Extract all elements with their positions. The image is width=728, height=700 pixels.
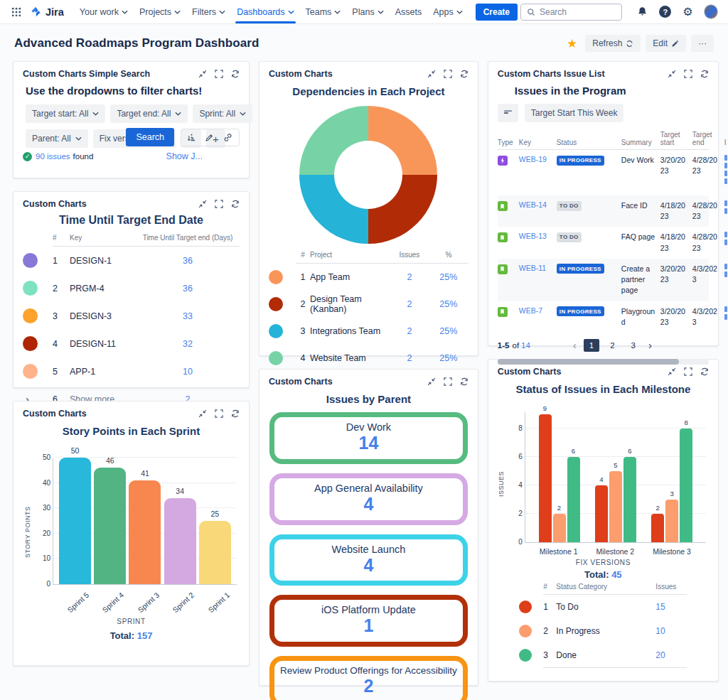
issue-row[interactable]: WEB-13TO DOFAQ page4/18/20234/28/2023 xyxy=(498,227,709,258)
refresh-button[interactable]: Refresh xyxy=(585,35,641,52)
issue-row[interactable]: WEB-11IN PROGRESSCreate a partner page3/… xyxy=(498,259,709,301)
legend-row[interactable]: 4Website Team225% xyxy=(269,345,469,372)
nav-item-teams[interactable]: Teams xyxy=(300,1,347,23)
issue-row[interactable]: WEB-7IN PROGRESSPlayground3/20/20234/3/2… xyxy=(498,301,709,333)
nav-item-filters[interactable]: Filters xyxy=(186,1,231,23)
issue-row[interactable]: WEB-19IN PROGRESSDev Work3/20/20234/28/2… xyxy=(498,150,709,195)
issue-row[interactable]: WEB-14TO DOFace ID4/18/20234/28/2023 xyxy=(498,195,709,227)
bar-sprint-3[interactable]: 41 xyxy=(129,480,161,584)
issue-key-link[interactable]: WEB-19 xyxy=(519,155,553,163)
filter-icon-button[interactable] xyxy=(498,104,518,122)
expand-gadget-icon[interactable] xyxy=(684,70,692,78)
pencil-icon[interactable] xyxy=(205,133,214,142)
more-options-button[interactable]: ··· xyxy=(691,35,714,52)
notifications-bell-icon[interactable] xyxy=(637,6,648,17)
table-row[interactable]: 4DESIGN-1132 xyxy=(23,330,240,357)
expand-gadget-icon[interactable] xyxy=(444,70,452,78)
nav-item-dashboards[interactable]: Dashboards xyxy=(231,1,299,23)
search-button[interactable]: Search xyxy=(126,128,174,146)
nav-item-assets[interactable]: Assets xyxy=(390,1,428,23)
bar-done[interactable]: 8 xyxy=(680,429,692,542)
expand-gadget-icon[interactable] xyxy=(684,367,692,376)
show-jql-link[interactable]: Show J... xyxy=(166,151,203,161)
issue-key[interactable]: APP-1 xyxy=(70,367,136,377)
bar-done[interactable]: 6 xyxy=(567,457,580,542)
table-row[interactable]: 3DESIGN-333 xyxy=(23,302,240,330)
bar-sprint-4[interactable]: 46 xyxy=(94,468,126,584)
issue-key-link[interactable]: WEB-14 xyxy=(519,200,553,209)
minimize-gadget-icon[interactable] xyxy=(198,409,207,418)
issue-key[interactable]: DESIGN-11 xyxy=(70,339,136,349)
quick-filter-chip[interactable]: Target Start This Week xyxy=(525,104,624,122)
legend-row[interactable]: 1App Team225% xyxy=(269,264,469,291)
page-number-3[interactable]: 3 xyxy=(626,339,641,352)
issues-found-link[interactable]: 90 issues xyxy=(36,152,70,161)
search-input[interactable]: Search xyxy=(520,4,622,21)
minimize-gadget-icon[interactable] xyxy=(427,70,436,78)
legend-row[interactable]: 3Done20 xyxy=(519,643,687,667)
app-switcher-icon[interactable] xyxy=(7,4,26,20)
refresh-gadget-icon[interactable] xyxy=(460,70,469,78)
expand-gadget-icon[interactable] xyxy=(215,70,223,78)
parent-box[interactable]: Website Launch4 xyxy=(269,534,468,586)
minimize-gadget-icon[interactable] xyxy=(198,200,207,208)
nav-item-your-work[interactable]: Your work xyxy=(74,1,134,23)
parent-box[interactable]: App General Availability4 xyxy=(269,473,468,525)
next-page-arrow[interactable]: › xyxy=(646,339,654,351)
expand-gadget-icon[interactable] xyxy=(215,200,223,208)
user-avatar[interactable] xyxy=(704,4,718,19)
legend-row[interactable]: 1To Do15 xyxy=(519,595,687,619)
favorite-star-icon[interactable]: ★ xyxy=(567,36,577,51)
bar-sprint-5[interactable]: 50 xyxy=(59,458,91,584)
bar-in-progress[interactable]: 3 xyxy=(665,500,678,542)
issue-key-link[interactable]: WEB-13 xyxy=(519,232,553,240)
horizontal-scrollbar-track[interactable] xyxy=(498,359,709,365)
filter-dropdown[interactable]: Sprint: All xyxy=(193,104,252,123)
issue-key-link[interactable]: WEB-11 xyxy=(519,264,553,272)
minimize-gadget-icon[interactable] xyxy=(198,70,207,78)
bar-in-progress[interactable]: 5 xyxy=(609,471,622,542)
bar-to-do[interactable]: 2 xyxy=(651,514,664,542)
create-button[interactable]: Create xyxy=(476,4,518,21)
bar-sprint-2[interactable]: 34 xyxy=(164,498,196,584)
nav-item-apps[interactable]: Apps xyxy=(427,1,469,23)
edit-button[interactable]: Edit xyxy=(646,35,686,52)
bar-to-do[interactable]: 9 xyxy=(539,414,552,542)
refresh-gadget-icon[interactable] xyxy=(460,377,469,386)
expand-gadget-icon[interactable] xyxy=(215,409,223,418)
legend-row[interactable]: 3Integrations Team225% xyxy=(269,318,469,345)
parent-box[interactable]: iOS Platform Update1 xyxy=(269,595,468,647)
filter-dropdown[interactable]: Parent: All xyxy=(26,129,88,148)
minimize-gadget-icon[interactable] xyxy=(668,367,676,376)
table-row[interactable]: 2PRGM-436 xyxy=(23,274,240,302)
table-row[interactable]: 1DESIGN-136 xyxy=(23,247,240,274)
filter-dropdown[interactable]: Target end: All xyxy=(110,104,188,123)
legend-row[interactable]: 2Design Team (Kanban)225% xyxy=(269,291,469,318)
refresh-gadget-icon[interactable] xyxy=(700,70,709,78)
help-icon[interactable]: ? xyxy=(659,6,671,18)
bar-in-progress[interactable]: 2 xyxy=(553,514,566,542)
refresh-gadget-icon[interactable] xyxy=(231,70,240,78)
filter-dropdown[interactable]: Target start: All xyxy=(26,104,105,123)
horizontal-scrollbar-thumb[interactable] xyxy=(498,359,679,365)
refresh-gadget-icon[interactable] xyxy=(700,367,709,376)
minimize-gadget-icon[interactable] xyxy=(668,70,676,78)
expand-gadget-icon[interactable] xyxy=(444,377,452,386)
refresh-gadget-icon[interactable] xyxy=(231,200,240,208)
jira-logo[interactable]: Jira xyxy=(30,6,64,18)
page-number-2[interactable]: 2 xyxy=(604,339,620,352)
issue-key[interactable]: DESIGN-3 xyxy=(70,311,136,321)
nav-item-projects[interactable]: Projects xyxy=(134,1,186,23)
issue-key[interactable]: PRGM-4 xyxy=(70,284,136,294)
kebab-menu-icon[interactable] xyxy=(188,133,196,142)
bar-to-do[interactable]: 4 xyxy=(595,485,608,542)
page-number-1[interactable]: 1 xyxy=(584,339,599,352)
bar-sprint-1[interactable]: 25 xyxy=(199,521,231,584)
bar-done[interactable]: 6 xyxy=(623,457,636,542)
table-row[interactable]: 5APP-110 xyxy=(23,357,240,385)
previous-page-arrow[interactable]: ‹ xyxy=(571,339,579,351)
legend-row[interactable]: 2In Progress10 xyxy=(519,619,687,643)
refresh-gadget-icon[interactable] xyxy=(231,409,240,418)
issue-key[interactable]: DESIGN-1 xyxy=(70,256,136,266)
settings-gear-icon[interactable]: ⚙ xyxy=(682,6,692,18)
